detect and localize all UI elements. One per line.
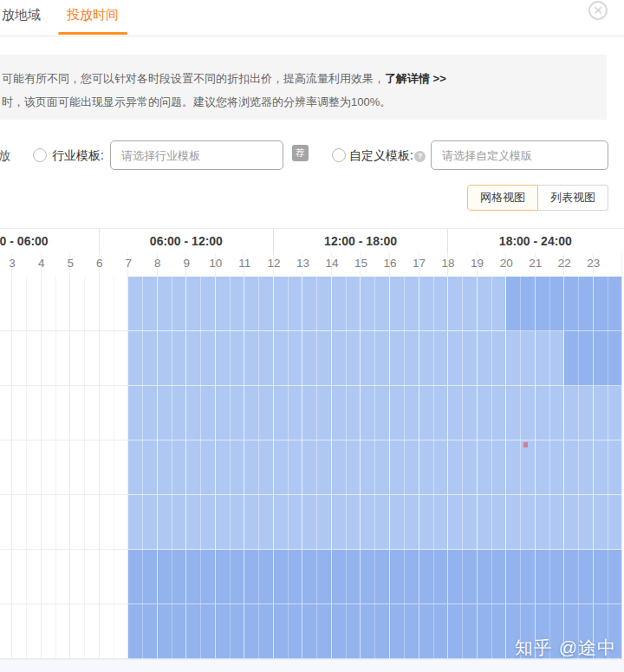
grid-cell[interactable] <box>158 550 187 604</box>
grid-cell[interactable] <box>128 550 158 604</box>
grid-cell[interactable] <box>564 550 594 604</box>
grid-cell[interactable] <box>0 550 12 604</box>
grid-cell[interactable] <box>448 550 478 604</box>
grid-cell[interactable] <box>506 386 536 440</box>
grid-cell[interactable] <box>274 440 303 495</box>
grid-cell[interactable] <box>332 604 361 659</box>
custom-template-select[interactable] <box>431 140 608 170</box>
industry-template-select[interactable] <box>110 140 283 170</box>
grid-view-button[interactable]: 网格视图 <box>467 185 538 211</box>
grid-cell[interactable] <box>244 550 274 604</box>
grid-cell[interactable] <box>12 386 42 440</box>
grid-cell[interactable] <box>302 550 332 604</box>
grid-cell[interactable] <box>536 495 565 550</box>
grid-cell[interactable] <box>128 495 158 550</box>
grid-cell[interactable] <box>100 277 129 331</box>
grid-cell[interactable] <box>594 277 623 331</box>
custom-template-radio[interactable] <box>332 148 346 162</box>
close-icon[interactable]: ✕ <box>588 1 608 20</box>
list-view-button[interactable]: 列表视图 <box>538 185 608 211</box>
grid-cell[interactable] <box>448 604 478 659</box>
grid-cell[interactable] <box>274 550 303 604</box>
grid-cell[interactable] <box>216 495 245 550</box>
grid-cell[interactable] <box>158 277 187 331</box>
grid-cell[interactable] <box>244 495 274 550</box>
grid-cell[interactable] <box>302 277 332 331</box>
grid-cell[interactable] <box>332 550 361 604</box>
grid-cell[interactable] <box>332 495 361 550</box>
grid-cell[interactable] <box>274 386 303 440</box>
grid-cell[interactable] <box>390 277 419 331</box>
grid-cell[interactable] <box>419 386 449 440</box>
grid-cell[interactable] <box>478 386 507 440</box>
grid-cell[interactable] <box>0 495 12 550</box>
grid-cell[interactable] <box>0 604 12 659</box>
grid-cell[interactable] <box>244 386 274 440</box>
grid-cell[interactable] <box>100 331 129 386</box>
grid-cell[interactable] <box>478 604 507 659</box>
grid-cell[interactable] <box>536 550 565 604</box>
grid-cell[interactable] <box>186 495 216 550</box>
grid-cell[interactable] <box>448 440 478 495</box>
grid-cell[interactable] <box>390 331 419 386</box>
grid-cell[interactable] <box>216 604 245 659</box>
grid-cell[interactable] <box>186 386 216 440</box>
grid-cell[interactable] <box>332 331 361 386</box>
grid-cell[interactable] <box>274 277 303 331</box>
grid-cell[interactable] <box>536 277 565 331</box>
grid-cell[interactable] <box>448 386 478 440</box>
grid-cell[interactable] <box>216 440 245 495</box>
grid-cell[interactable] <box>12 495 42 550</box>
grid-cell[interactable] <box>244 604 274 659</box>
grid-cell[interactable] <box>506 331 536 386</box>
grid-cell[interactable] <box>42 386 71 440</box>
grid-cell[interactable] <box>70 495 100 550</box>
grid-cell[interactable] <box>42 331 71 386</box>
grid-cell[interactable] <box>216 550 245 604</box>
grid-cell[interactable] <box>361 331 390 386</box>
grid-cell[interactable] <box>361 550 390 604</box>
grid-cell[interactable] <box>100 550 129 604</box>
grid-cell[interactable] <box>332 277 361 331</box>
grid-cell[interactable] <box>158 440 187 495</box>
grid-cell[interactable] <box>506 495 536 550</box>
grid-cell[interactable] <box>70 604 100 659</box>
grid-cell[interactable] <box>448 495 478 550</box>
grid-cell[interactable] <box>216 386 245 440</box>
grid-cell[interactable] <box>42 440 71 495</box>
grid-cell[interactable] <box>100 495 129 550</box>
grid-cell[interactable] <box>361 495 390 550</box>
grid-cell[interactable] <box>128 440 158 495</box>
grid-cell[interactable] <box>158 495 187 550</box>
grid-cell[interactable] <box>390 604 419 659</box>
grid-cell[interactable] <box>594 550 623 604</box>
grid-cell[interactable] <box>100 440 129 495</box>
grid-cell[interactable] <box>419 550 449 604</box>
grid-cell[interactable] <box>536 440 565 495</box>
grid-cell[interactable] <box>244 440 274 495</box>
grid-cell[interactable] <box>186 440 216 495</box>
grid-cell[interactable] <box>448 277 478 331</box>
tab-delivery-region[interactable]: 放地域 <box>2 7 41 23</box>
grid-cell[interactable] <box>42 550 71 604</box>
grid-cell[interactable] <box>478 277 507 331</box>
grid-cell[interactable] <box>478 495 507 550</box>
grid-cell[interactable] <box>42 495 71 550</box>
grid-cell[interactable] <box>536 331 565 386</box>
grid-cell[interactable] <box>100 386 129 440</box>
grid-cell[interactable] <box>302 386 332 440</box>
grid-cell[interactable] <box>478 440 507 495</box>
grid-cell[interactable] <box>419 277 449 331</box>
grid-cell[interactable] <box>506 440 536 495</box>
grid-cell[interactable] <box>274 495 303 550</box>
grid-cell[interactable] <box>302 604 332 659</box>
grid-cell[interactable] <box>390 386 419 440</box>
grid-cell[interactable] <box>274 331 303 386</box>
grid-cell[interactable] <box>70 331 100 386</box>
grid-cell[interactable] <box>216 331 245 386</box>
grid-cell[interactable] <box>12 550 42 604</box>
industry-template-radio[interactable] <box>33 148 47 162</box>
grid-cell[interactable] <box>419 440 449 495</box>
grid-cell[interactable] <box>12 277 42 331</box>
grid-cell[interactable] <box>390 440 419 495</box>
